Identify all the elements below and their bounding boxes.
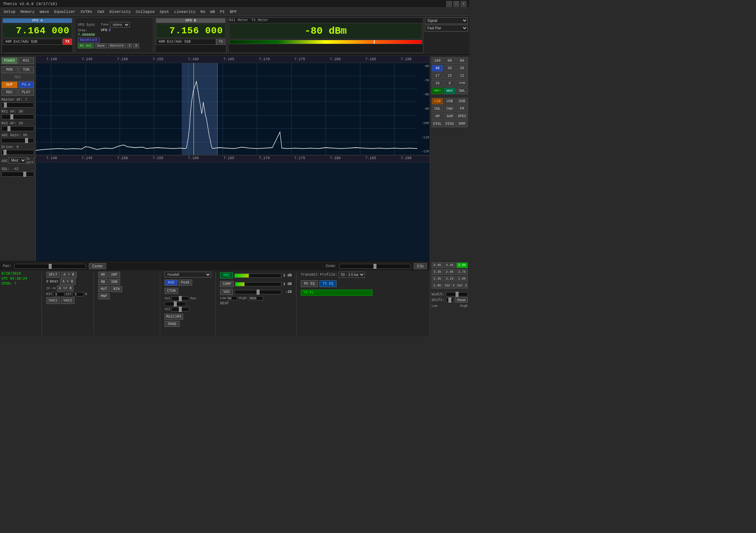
band-20[interactable]: 20 xyxy=(456,65,468,72)
pan-slider-2[interactable] xyxy=(165,302,186,306)
minimize-button[interactable]: — xyxy=(446,1,452,7)
fw-var1[interactable]: Var 1 xyxy=(444,283,455,289)
mode-cwu[interactable]: CWU xyxy=(444,105,455,112)
tun-button[interactable]: TUN xyxy=(18,66,34,73)
dup-button[interactable]: DUP xyxy=(1,81,18,88)
band-6[interactable]: 6 xyxy=(444,80,455,87)
mode-am[interactable]: AM xyxy=(432,113,443,120)
swap-button[interactable]: Swap xyxy=(165,321,180,327)
menu-cwx[interactable]: CWX xyxy=(95,9,106,15)
band-60[interactable]: 60 xyxy=(456,57,468,64)
reset-button[interactable]: Reset xyxy=(455,298,468,303)
band-40[interactable]: 40 xyxy=(432,65,443,72)
nb-button[interactable]: NB xyxy=(98,279,108,285)
dexp-button[interactable]: DEXP xyxy=(220,301,292,305)
sql-slider[interactable] xyxy=(1,172,34,177)
mode-usb[interactable]: USB xyxy=(444,98,455,105)
vfo-a-tx-button[interactable]: TX xyxy=(63,39,72,45)
bandstack-btn[interactable]: BandStack xyxy=(78,38,100,43)
menu-xvtrs[interactable]: XVTRs xyxy=(78,9,94,15)
rx-eq-button[interactable]: RX EQ xyxy=(301,280,318,287)
tx-eq-button[interactable]: TX EQ xyxy=(319,280,337,287)
fw-38k[interactable]: 3.8k xyxy=(456,262,468,268)
band-160[interactable]: 160 xyxy=(432,57,443,64)
menu-wave[interactable]: Wave xyxy=(38,9,51,15)
signal-dropdown[interactable]: Signal Fwd Pwr xyxy=(425,17,468,24)
vac2-button[interactable]: VAC2 xyxy=(61,297,75,304)
mode-drm[interactable]: DRM xyxy=(456,120,468,127)
menu-diversity[interactable]: Diversity xyxy=(107,9,133,15)
vol-slider-2[interactable] xyxy=(171,307,189,311)
play-button[interactable]: PLAY xyxy=(18,89,34,96)
rit-input[interactable] xyxy=(53,292,65,296)
panafall-select[interactable]: PanafallPanadapterWaterfall xyxy=(165,272,211,277)
band-80[interactable]: 80 xyxy=(444,57,455,64)
tune-dropdown[interactable]: 500Hz100Hz1kHz xyxy=(110,22,130,28)
agc-gain-slider[interactable] xyxy=(1,138,34,143)
fwdpwr-dropdown[interactable]: Fwd Pwr Signal xyxy=(425,25,468,32)
band-17[interactable]: 17 xyxy=(432,72,443,79)
maximize-button[interactable]: □ xyxy=(453,1,459,7)
splt-button[interactable]: SPLT xyxy=(46,272,60,278)
fw-21k[interactable]: 2.1k xyxy=(444,276,455,282)
comp-button[interactable]: COMP xyxy=(220,281,234,287)
band-30[interactable]: 30 xyxy=(444,65,455,72)
master-af-slider[interactable] xyxy=(1,103,34,108)
fw-24k[interactable]: 2.4k xyxy=(432,276,443,282)
mut-button[interactable]: MUT xyxy=(98,286,110,292)
vox-slider[interactable] xyxy=(234,290,281,294)
close-button[interactable]: ✕ xyxy=(461,1,466,7)
low-input[interactable] xyxy=(227,296,237,300)
mic-button[interactable]: MIC xyxy=(220,272,233,279)
rx2-af-slider[interactable] xyxy=(1,126,34,131)
power-button[interactable]: POWER xyxy=(1,57,18,64)
a-lt-b-button[interactable]: A < B xyxy=(60,279,76,285)
band-vhf[interactable]: VHF+ xyxy=(432,87,443,94)
band-wwv[interactable]: WwV xyxy=(444,87,455,94)
band-12[interactable]: 12 xyxy=(456,72,468,79)
high-input[interactable] xyxy=(248,296,263,300)
xit-input[interactable] xyxy=(72,292,84,296)
menu-pi[interactable]: PI xyxy=(218,9,227,15)
shift-slider[interactable] xyxy=(446,298,453,302)
snb-button[interactable]: SNB xyxy=(109,279,120,285)
restore-button[interactable]: Restore xyxy=(108,43,126,48)
drive-slider[interactable] xyxy=(1,150,34,155)
rec-button[interactable]: REC xyxy=(1,89,18,96)
save-button[interactable]: Save xyxy=(95,43,107,48)
band-swl[interactable]: SWL xyxy=(456,87,468,94)
fw-10k[interactable]: 1.0k xyxy=(432,283,443,289)
mnf-button[interactable]: MNF xyxy=(98,293,110,299)
rx1-af-slider[interactable] xyxy=(1,114,34,119)
band-10[interactable]: 10 xyxy=(432,80,443,87)
ctun-button[interactable]: CTUN xyxy=(165,288,178,294)
rx2-button[interactable]: RX2 xyxy=(18,57,34,64)
zoom-slider[interactable] xyxy=(339,264,411,269)
multirx-button[interactable]: MultiRX xyxy=(165,314,183,320)
a-eq-b-button[interactable]: A <> B xyxy=(57,285,73,291)
num1-button[interactable]: 3 xyxy=(127,43,132,48)
menu-linearity[interactable]: Linearity xyxy=(172,9,198,15)
psa-button[interactable]: PS-A xyxy=(18,81,34,88)
agc-select[interactable]: MedFastSlowLong xyxy=(9,157,26,163)
width-slider[interactable] xyxy=(446,292,468,296)
a-to-b-button[interactable]: A > B xyxy=(61,272,77,278)
menu-collapse[interactable]: Collapse xyxy=(134,9,157,15)
band-15[interactable]: 15 xyxy=(444,72,455,79)
fw-44k[interactable]: 4.4k xyxy=(444,262,455,268)
menu-setup[interactable]: Setup xyxy=(1,9,18,15)
fw-27k[interactable]: 2.7k xyxy=(456,269,468,275)
vac1-button[interactable]: VAC1 xyxy=(46,297,60,304)
menu-spot[interactable]: Spot xyxy=(158,9,171,15)
mode-digl[interactable]: DIGL xyxy=(432,120,443,127)
vfo-a-frequency[interactable]: 7.164 000 xyxy=(3,24,72,38)
num2-button[interactable]: 9 xyxy=(133,43,139,48)
tx-fl-button[interactable]: TX FL xyxy=(301,290,372,296)
band-tfme[interactable]: TFME xyxy=(456,80,468,87)
menu-wb[interactable]: WB xyxy=(208,9,217,15)
vox-button[interactable]: VOX xyxy=(220,289,233,295)
pan-slider[interactable] xyxy=(14,264,86,269)
center-button[interactable]: Center xyxy=(89,263,106,269)
fw-29k[interactable]: 2.9k xyxy=(444,269,455,275)
vol-slider-1[interactable] xyxy=(171,296,189,301)
